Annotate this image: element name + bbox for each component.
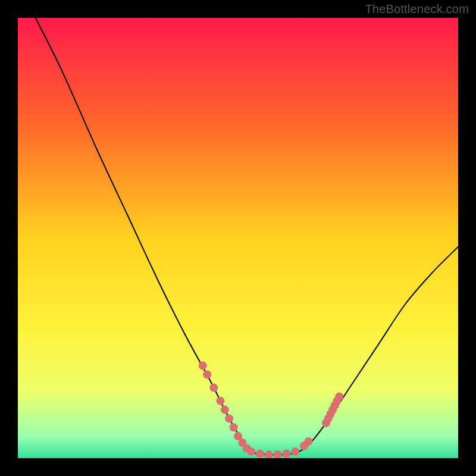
data-marker — [291, 447, 299, 456]
data-marker — [335, 392, 343, 400]
data-marker — [247, 447, 255, 456]
data-marker — [256, 450, 264, 458]
data-marker — [282, 450, 290, 458]
data-marker — [203, 370, 211, 378]
gradient-background — [18, 18, 458, 458]
chart-svg — [18, 18, 458, 458]
chart-container: TheBottleneck.com — [0, 0, 476, 476]
data-marker — [225, 414, 233, 422]
plot-area — [18, 18, 458, 458]
data-marker — [304, 437, 312, 446]
watermark-text: TheBottleneck.com — [365, 2, 469, 16]
data-marker — [230, 423, 238, 431]
data-marker — [199, 362, 207, 370]
data-marker — [209, 384, 218, 392]
data-marker — [221, 406, 229, 414]
data-marker — [216, 397, 224, 405]
